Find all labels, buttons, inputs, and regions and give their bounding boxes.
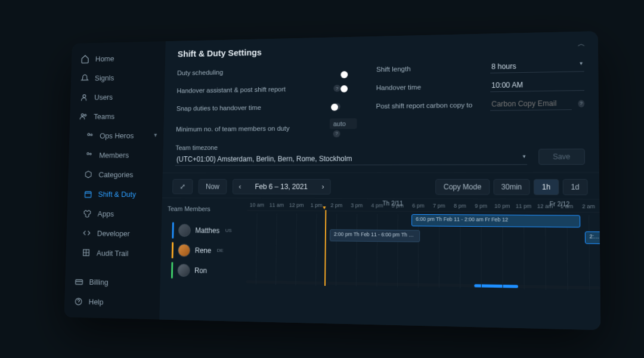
avatar xyxy=(178,243,190,257)
nav-help[interactable]: Help xyxy=(67,292,160,313)
nav-billing[interactable]: Billing xyxy=(68,272,160,292)
help-icon[interactable]: ? xyxy=(333,130,340,137)
gridline xyxy=(256,213,258,285)
time-cursor[interactable] xyxy=(324,210,326,286)
input-min-members[interactable] xyxy=(330,118,357,129)
member-color-bar xyxy=(172,242,174,258)
member-row[interactable]: Matthes US xyxy=(167,220,242,241)
gridline xyxy=(397,214,398,286)
hour-label: 2 pm xyxy=(326,202,346,208)
sub-audit[interactable]: Audit Trail xyxy=(69,243,162,263)
avatar xyxy=(178,224,191,237)
expand-button[interactable]: ⤢ xyxy=(172,179,193,194)
nav-label: Teams xyxy=(94,112,114,121)
nav-label: Members xyxy=(99,150,129,159)
member-color-bar xyxy=(171,261,173,278)
shift-block[interactable]: 2:00 pm Th Feb 11 - 6:00 pm Th Feb xyxy=(330,229,420,242)
member-name: Rene xyxy=(195,246,212,254)
nav-teams[interactable]: Teams xyxy=(73,106,164,125)
nav-label: Signls xyxy=(95,73,114,82)
shift-block[interactable]: 6:00 pm Th Feb 11 - 2:00 am Fr Feb 12 xyxy=(411,214,580,227)
sub-developer[interactable]: Developer xyxy=(70,224,162,243)
zoom-30min[interactable]: 30min xyxy=(493,178,530,195)
date-range[interactable]: Feb 6 – 13, 2021 xyxy=(247,179,316,193)
zoom-1h[interactable]: 1h xyxy=(534,178,559,195)
day-label: Th 2/11 xyxy=(382,200,402,206)
users-icon xyxy=(79,111,89,121)
help-icon[interactable]: ? xyxy=(333,85,340,92)
team-name: Ops Heros xyxy=(100,131,134,140)
nav-signls[interactable]: Signls xyxy=(74,67,165,87)
box-icon xyxy=(83,169,94,180)
main-content: ︿ Shift & Duty Settings Duty scheduling … xyxy=(159,31,600,330)
nav-users[interactable]: Users xyxy=(73,87,165,107)
nav-home[interactable]: Home xyxy=(75,48,166,68)
members-column: Team Members Matthes US Rene DE Ron xyxy=(159,198,247,322)
nav-label: Categories xyxy=(98,170,133,178)
save-button[interactable]: Save xyxy=(538,149,585,165)
panel-title: Shift & Duty Settings xyxy=(178,40,584,58)
copy-mode-button[interactable]: Copy Mode xyxy=(435,178,489,195)
prev-arrow[interactable]: ‹ xyxy=(233,179,247,193)
select-timezone[interactable]: (UTC+01:00) Amsterdam, Berlin, Bern, Rom… xyxy=(175,152,527,165)
gridline xyxy=(275,213,277,285)
zoom-1d[interactable]: 1d xyxy=(562,178,587,195)
svg-rect-9 xyxy=(75,279,82,284)
svg-rect-7 xyxy=(85,192,91,197)
shift-block[interactable]: 2:00 am xyxy=(585,231,600,243)
member-row[interactable]: Rene DE xyxy=(166,240,241,261)
nav-label: Help xyxy=(88,297,103,306)
label-shift-len: Shift length xyxy=(376,64,479,73)
sub-apps[interactable]: Apps xyxy=(70,204,162,223)
svg-point-2 xyxy=(84,115,86,116)
svg-point-0 xyxy=(83,94,86,97)
label-min-members: Minimum no. of team members on duty xyxy=(176,124,319,132)
users-icon xyxy=(84,150,94,160)
timeline: Team Members Matthes US Rene DE Ron Th 2… xyxy=(159,197,600,331)
horizontal-scrollbar[interactable] xyxy=(246,280,600,289)
users-icon xyxy=(85,131,95,141)
member-color-bar xyxy=(172,222,174,238)
input-handover-time[interactable] xyxy=(490,78,584,92)
hour-label: 6 pm xyxy=(408,202,429,208)
select-shift-length[interactable]: 8 hours xyxy=(490,59,584,73)
member-row[interactable]: Ron xyxy=(166,260,240,281)
label-handover-time: Handover time xyxy=(376,82,479,91)
sub-categories[interactable]: Categories xyxy=(71,165,163,184)
team-selector[interactable]: Ops Heros ▼ xyxy=(72,126,163,145)
hour-label: 2 am xyxy=(578,203,600,209)
member-tag: US xyxy=(225,228,232,233)
nav-label: Audit Trail xyxy=(97,248,129,257)
hour-label: 10 am xyxy=(247,202,267,208)
svg-point-4 xyxy=(90,134,92,135)
svg-point-6 xyxy=(89,153,91,155)
home-icon xyxy=(80,54,90,64)
hour-labels: 10 am11 am12 pm1 pm2 pm3 pm4 pm5 pm6 pm7… xyxy=(247,202,599,212)
help-icon[interactable]: ? xyxy=(578,100,584,107)
bell-icon xyxy=(79,73,89,83)
settings-panel: ︿ Shift & Duty Settings Duty scheduling … xyxy=(163,31,599,173)
hour-label: 7 pm xyxy=(429,202,450,208)
gridline xyxy=(356,214,357,286)
next-arrow[interactable]: › xyxy=(316,179,330,193)
member-name: Ron xyxy=(194,266,207,274)
sub-members[interactable]: Members xyxy=(72,146,163,164)
input-cc-email[interactable] xyxy=(490,97,571,111)
nav-label: Users xyxy=(94,92,113,101)
boxes-icon xyxy=(82,208,92,218)
code-icon xyxy=(82,228,92,239)
now-button[interactable]: Now xyxy=(198,179,227,195)
hour-label: 10 pm xyxy=(491,203,513,209)
timeline-grid[interactable]: Th 2/11Fr 2/12 10 am11 am12 pm1 pm2 pm3 … xyxy=(245,198,600,330)
collapse-panel[interactable]: ︿ xyxy=(578,39,586,50)
gridline xyxy=(589,215,590,290)
gridline xyxy=(295,213,297,285)
tracks[interactable]: 6:00 pm Th Feb 11 - 2:00 am Fr Feb 122:0… xyxy=(246,213,600,291)
hour-label: 11 am xyxy=(267,202,286,208)
sidebar: Home Signls Users Teams Ops Heros ▼ xyxy=(64,41,165,319)
nav-label: Apps xyxy=(98,209,114,218)
hour-label: 9 pm xyxy=(470,202,491,208)
calendar-icon xyxy=(83,189,93,199)
sub-shift-duty[interactable]: Shift & Duty xyxy=(71,185,163,203)
gridline xyxy=(315,213,317,285)
